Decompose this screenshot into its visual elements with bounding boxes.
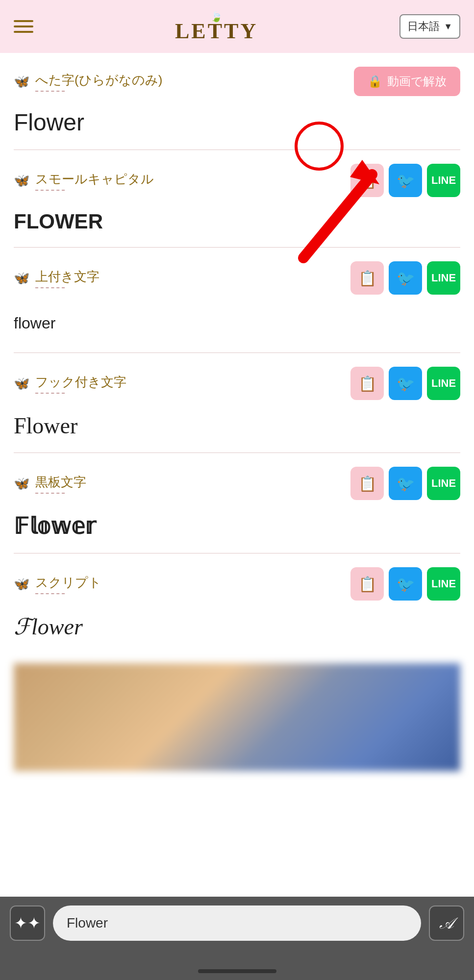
lock-label: 動画で解放 xyxy=(387,74,447,89)
twitter-icon-superscript: 🐦 xyxy=(397,270,415,287)
line-label-script: LINE xyxy=(431,578,456,590)
font-icon: 𝒜 xyxy=(440,914,453,932)
converted-text-fraktur: Flower xyxy=(14,409,460,441)
line-button-blackboard[interactable]: LINE xyxy=(427,467,460,500)
bottom-input-bar: ✦✦ 𝒜 xyxy=(0,897,474,980)
twitter-icon-script: 🐦 xyxy=(397,576,415,593)
section-superscript-header: 🦋 上付き文字 📋 🐦 LINE xyxy=(14,261,460,295)
butterfly-icon: 🦋 xyxy=(14,74,29,89)
text-input[interactable] xyxy=(53,905,421,941)
action-buttons-superscript: 📋 🐦 LINE xyxy=(350,261,460,295)
section-heta-header: 🦋 へた字(ひらがなのみ) 🔒 動画で解放 xyxy=(14,67,460,96)
section-blackboard-header: 🦋 黒板文字 📋 🐦 LINE xyxy=(14,467,460,500)
language-label: 日本語 xyxy=(407,19,440,34)
section-fraktur-header: 🦋 フック付き文字 📋 🐦 LINE xyxy=(14,367,460,400)
twitter-button-superscript[interactable]: 🐦 xyxy=(389,261,422,295)
font-button[interactable]: 𝒜 xyxy=(429,905,464,941)
section-smallcaps-title: スモールキャピタル xyxy=(35,171,154,188)
action-buttons-fraktur: 📋 🐦 LINE xyxy=(350,367,460,400)
converted-text-script: ℱlower xyxy=(14,609,460,642)
section-heta-title: へた字(ひらがなのみ) xyxy=(35,72,162,89)
line-label-fraktur: LINE xyxy=(431,377,456,390)
twitter-icon: 🐦 xyxy=(397,172,415,189)
twitter-button-smallcaps[interactable]: 🐦 xyxy=(389,164,422,197)
line-button-smallcaps[interactable]: LINE xyxy=(427,164,460,197)
section-superscript-title-row: 🦋 上付き文字 xyxy=(14,268,100,288)
copy-button-script[interactable]: 📋 xyxy=(350,567,384,601)
twitter-button-script[interactable]: 🐦 xyxy=(389,567,422,601)
copy-button-fraktur[interactable]: 📋 xyxy=(350,367,384,400)
logo-text: LETTY xyxy=(175,21,258,42)
copy-button-blackboard[interactable]: 📋 xyxy=(350,467,384,500)
line-label-superscript: LINE xyxy=(431,272,456,284)
twitter-icon-fraktur: 🐦 xyxy=(397,375,415,392)
section-heta-title-row: 🦋 へた字(ひらがなのみ) xyxy=(14,72,162,92)
twitter-icon-blackboard: 🐦 xyxy=(397,475,415,492)
converted-text-smallcaps: FLOWER xyxy=(14,206,460,235)
copy-button-superscript[interactable]: 📋 xyxy=(350,261,384,295)
copy-icon: 📋 xyxy=(358,172,376,189)
chevron-down-icon: ▼ xyxy=(444,22,452,32)
main-content: 🦋 へた字(ひらがなのみ) 🔒 動画で解放 Flower 🦋 スモールキャピタル xyxy=(0,53,474,771)
action-buttons-script: 📋 🐦 LINE xyxy=(350,567,460,601)
action-buttons-blackboard: 📋 🐦 LINE xyxy=(350,467,460,500)
converted-text-heta: Flower xyxy=(14,105,460,138)
home-indicator xyxy=(198,969,276,973)
section-smallcaps-header: 🦋 スモールキャピタル 📋 🐦 LINE xyxy=(14,164,460,197)
line-button-fraktur[interactable]: LINE xyxy=(427,367,460,400)
copy-button-smallcaps[interactable]: 📋 xyxy=(350,164,384,197)
section-superscript: 🦋 上付き文字 📋 🐦 LINE flower xyxy=(14,248,460,353)
twitter-button-fraktur[interactable]: 🐦 xyxy=(389,367,422,400)
line-button-superscript[interactable]: LINE xyxy=(427,261,460,295)
section-blackboard-title-row: 🦋 黒板文字 xyxy=(14,474,86,494)
lock-icon: 🔒 xyxy=(368,75,382,88)
section-blackboard: 🦋 黒板文字 📋 🐦 LINE 𝔽𝕝𝕠𝕨𝕖𝕣 xyxy=(14,453,460,553)
app-header: 🍃 LETTY 日本語 ▼ xyxy=(0,0,474,53)
butterfly-icon-script: 🦋 xyxy=(14,577,29,592)
section-script-header: 🦋 スクリプト 📋 🐦 LINE xyxy=(14,567,460,601)
lock-button-heta[interactable]: 🔒 動画で解放 xyxy=(354,67,460,96)
section-smallcaps: 🦋 スモールキャピタル 📋 🐦 LINE FLOWER xyxy=(14,150,460,248)
sparkle-icon: ✦✦ xyxy=(14,914,41,932)
section-smallcaps-title-row: 🦋 スモールキャピタル xyxy=(14,171,154,191)
butterfly-icon-fraktur: 🦋 xyxy=(14,376,29,391)
language-selector[interactable]: 日本語 ▼ xyxy=(399,14,460,39)
butterfly-icon-superscript: 🦋 xyxy=(14,271,29,286)
sparkle-button[interactable]: ✦✦ xyxy=(10,905,45,941)
twitter-button-blackboard[interactable]: 🐦 xyxy=(389,467,422,500)
butterfly-icon-smallcaps: 🦋 xyxy=(14,173,29,188)
copy-icon-blackboard: 📋 xyxy=(358,475,376,492)
copy-icon-script: 📋 xyxy=(358,576,376,593)
section-blackboard-title: 黒板文字 xyxy=(35,474,86,491)
section-fraktur-title: フック付き文字 xyxy=(35,374,126,391)
section-script-title: スクリプト xyxy=(35,574,101,591)
action-buttons-smallcaps: 📋 🐦 LINE xyxy=(350,164,460,197)
menu-button[interactable] xyxy=(14,20,33,33)
section-heta: 🦋 へた字(ひらがなのみ) 🔒 動画で解放 Flower xyxy=(14,53,460,150)
section-fraktur-title-row: 🦋 フック付き文字 xyxy=(14,374,126,394)
section-fraktur: 🦋 フック付き文字 📋 🐦 LINE Flower xyxy=(14,353,460,453)
section-script: 🦋 スクリプト 📋 🐦 LINE ℱlower xyxy=(14,553,460,653)
logo: 🍃 LETTY xyxy=(175,11,258,42)
butterfly-icon-blackboard: 🦋 xyxy=(14,476,29,491)
converted-text-superscript: flower xyxy=(14,303,460,341)
copy-icon-fraktur: 📋 xyxy=(358,375,376,392)
section-script-title-row: 🦋 スクリプト xyxy=(14,574,101,594)
line-button-script[interactable]: LINE xyxy=(427,567,460,601)
line-label-blackboard: LINE xyxy=(431,477,456,490)
copy-icon-superscript: 📋 xyxy=(358,270,376,287)
section-superscript-title: 上付き文字 xyxy=(35,268,100,285)
blurred-content xyxy=(14,663,460,771)
line-label: LINE xyxy=(431,174,456,187)
converted-text-blackboard: 𝔽𝕝𝕠𝕨𝕖𝕣 xyxy=(14,509,460,541)
